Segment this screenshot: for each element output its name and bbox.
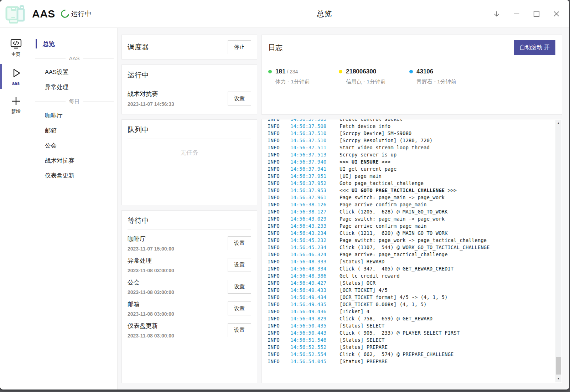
log-message: Page switch: page_work -> page_tactical_… <box>335 237 562 244</box>
sidebar-item-cafe[interactable]: 咖啡厅 <box>32 108 117 123</box>
divider <box>128 84 251 84</box>
log-message: [Status] SELECT <box>335 322 562 329</box>
waiting-task-time: 2023-11-08 03:00:00 <box>128 289 174 295</box>
rail-item-home[interactable]: 主页 <box>0 35 32 61</box>
sidebar-item-guild[interactable]: 公会 <box>32 138 117 153</box>
waiting-settings-button[interactable]: 设置 <box>228 236 251 250</box>
log-time: 14:56:50.443 <box>290 329 335 336</box>
log-message: Page switch: page_main -> page_work <box>335 215 562 222</box>
log-row: INFO 14:56:49.436 [Ticket] 4 <box>262 308 562 315</box>
log-time: 14:56:37.951 <box>290 172 335 180</box>
log-row: INFO 14:56:37.953 <<< UI GOTO PAGE_TACTI… <box>262 187 562 194</box>
minimize-to-tray-button[interactable] <box>489 7 504 21</box>
waiting-settings-button[interactable]: 设置 <box>228 323 251 337</box>
scrollbar-up-arrow-icon[interactable]: ▲ <box>555 120 561 126</box>
log-time: 14:56:54.045 <box>290 358 335 365</box>
sidebar-item-mailbox[interactable]: 邮箱 <box>32 123 117 138</box>
maximize-button[interactable] <box>529 7 544 21</box>
log-column: 日志 自动滚动 开 181 / 234 体力 - 1分钟前 218006300 … <box>261 35 562 383</box>
log-time: 14:56:49.435 <box>290 301 335 308</box>
sidebar-item-exception-handling[interactable]: 异常处理 <box>32 80 117 95</box>
log-row: INFO 14:56:52.552 [Status] PREPARE <box>262 344 562 351</box>
log-level: INFO <box>262 229 290 237</box>
log-row: INFO 14:56:37.952 Goto page_tactical_cha… <box>262 180 562 187</box>
stat-value: 181 <box>275 68 285 75</box>
log-level: INFO <box>262 222 290 229</box>
log-message: Click (1107, 544) @ WORK_GO_TO_TACTICAL_… <box>335 244 562 251</box>
log-message: Page arrive confirm page_main <box>335 222 562 229</box>
scrollbar-thumb[interactable] <box>556 357 561 375</box>
log-time: 14:56:37.940 <box>290 158 335 165</box>
waiting-task-time: 2023-11-08 03:00:00 <box>128 311 174 317</box>
running-settings-button[interactable]: 设置 <box>228 92 251 105</box>
log-level: INFO <box>262 123 290 130</box>
stat-dot-icon <box>409 70 413 73</box>
waiting-card: 等待中 咖啡厅 2023-11-07 15:00:00 设置 异常处理 2023… <box>121 210 257 383</box>
resource-stats-row: 181 / 234 体力 - 1分钟前 218006300 信用点 - 1分钟前… <box>268 68 555 85</box>
log-row: INFO 14:56:50.443 Click ( 905, 233) @ PL… <box>262 329 562 336</box>
rail-item-aas[interactable]: aas <box>0 63 32 90</box>
waiting-task-name: 邮箱 <box>128 300 174 308</box>
waiting-task-time: 2023-11-08 03:00:00 <box>128 268 174 273</box>
log-time: 14:56:37.508 <box>290 123 335 130</box>
log-level: INFO <box>262 344 290 351</box>
log-time: 14:56:49.829 <box>290 315 335 322</box>
log-time: 14:56:37.961 <box>290 194 335 201</box>
waiting-settings-button[interactable]: 设置 <box>228 301 251 315</box>
minimize-button[interactable] <box>509 7 524 21</box>
waiting-settings-button[interactable]: 设置 <box>228 258 251 272</box>
waiting-task-name: 公会 <box>128 278 174 287</box>
running-task-time: 2023-11-07 14:56:33 <box>128 101 174 107</box>
log-level: INFO <box>262 358 290 365</box>
running-title: 运行中 <box>128 70 251 80</box>
log-level: INFO <box>262 144 290 151</box>
play-icon <box>10 67 22 79</box>
log-message: [Status] SELECT <box>335 336 562 344</box>
sidebar-item-aas-settings[interactable]: AAS设置 <box>32 65 117 80</box>
autoscroll-toggle-button[interactable]: 自动滚动 开 <box>514 40 555 55</box>
log-level: INFO <box>262 336 290 344</box>
log-scrollbar[interactable]: ▲ ▼ <box>555 120 561 382</box>
log-time: 14:56:46.324 <box>290 251 335 258</box>
log-row: INFO 14:56:48.333 [Status] REWARD <box>262 258 562 265</box>
log-row: INFO 14:56:46.324 Page arrive: page_tact… <box>262 251 562 258</box>
stat-stamina: 181 / 234 体力 - 1分钟前 <box>268 68 339 85</box>
close-button[interactable] <box>549 7 564 21</box>
titlebar: AAS 运行中 总览 <box>0 0 569 28</box>
log-level: INFO <box>262 279 290 287</box>
sidebar-item-tactical-challenge[interactable]: 战术对抗赛 <box>32 153 117 168</box>
log-time: 14:56:51.546 <box>290 336 335 344</box>
waiting-task-guild: 公会 2023-11-08 03:00:00 设置 <box>128 278 251 295</box>
waiting-title: 等待中 <box>128 216 251 226</box>
rail-item-add[interactable]: 新增 <box>0 92 32 118</box>
divider <box>128 139 251 139</box>
log-row: INFO 14:56:49.427 [Status] OCR <box>262 279 562 287</box>
stat-gems: 43106 青辉石 - 1分钟前 <box>409 68 480 85</box>
log-title: 日志 <box>268 43 283 52</box>
stop-button[interactable]: 停止 <box>228 40 251 54</box>
sidebar-item-dashboard-update[interactable]: 仪表盘更新 <box>32 168 117 183</box>
log-level: INFO <box>262 244 290 251</box>
log-time: 14:56:38.126 <box>290 201 335 208</box>
scrollbar-down-arrow-icon[interactable]: ▼ <box>555 376 561 382</box>
log-message: [Scrcpy Device] SM-S9080 <box>335 130 562 137</box>
log-message: Start video stream loop thread <box>335 144 562 151</box>
waiting-task-mailbox: 邮箱 2023-11-08 03:00:00 设置 <box>128 300 251 317</box>
app-status-text: 运行中 <box>71 9 92 19</box>
plus-icon <box>11 96 21 107</box>
log-message: Get tc credit reward <box>335 272 562 279</box>
waiting-task-name: 咖啡厅 <box>128 235 174 243</box>
log-message: Click ( 758, 659) @ GET_REWARD <box>335 315 562 322</box>
log-time: 14:56:38.127 <box>290 208 335 215</box>
code-monitor-icon <box>10 39 22 50</box>
log-row: INFO 14:56:52.554 Click ( 662, 574) @ PR… <box>262 351 562 358</box>
waiting-settings-button[interactable]: 设置 <box>228 280 251 294</box>
log-level: INFO <box>262 351 290 358</box>
log-message: <<< UI ENSURE >>> <box>335 158 562 165</box>
sidebar-item-overview[interactable]: 总览 <box>32 36 117 51</box>
log-time: 14:56:49.436 <box>290 308 335 315</box>
log-row: INFO 14:56:37.510 [Scrcpy Resolution] (1… <box>262 137 562 144</box>
log-row: INFO 14:56:37.510 [Scrcpy Device] SM-S90… <box>262 130 562 137</box>
log-time: 14:56:49.427 <box>290 279 335 287</box>
log-message: [UI] page_main <box>335 172 562 180</box>
